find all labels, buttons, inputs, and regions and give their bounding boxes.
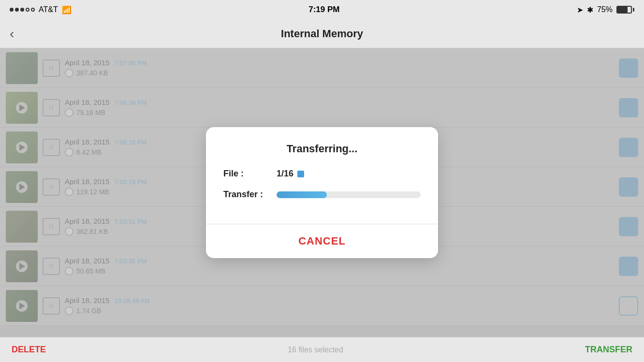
location-icon: ➤: [577, 5, 583, 14]
carrier-label: AT&T: [39, 5, 58, 14]
nav-bar: ‹ Internal Memory: [0, 19, 644, 48]
status-time: 7:19 PM: [308, 5, 339, 14]
modal-body: Transferring... File : 1/16 Transfer :: [206, 127, 438, 224]
signal-dots: [10, 8, 35, 12]
signal-dot-2: [15, 8, 19, 12]
transfer-button[interactable]: TRANSFER: [585, 345, 632, 355]
delete-button[interactable]: DELETE: [12, 345, 46, 355]
page-title: Internal Memory: [281, 28, 363, 40]
transfer-modal: Transferring... File : 1/16 Transfer :: [206, 127, 438, 258]
signal-dot-1: [10, 8, 14, 12]
battery-percent: 75%: [597, 5, 613, 14]
cancel-button[interactable]: CANCEL: [206, 224, 438, 258]
bluetooth-icon: ✱: [587, 5, 593, 14]
files-selected-label: 16 files selected: [288, 346, 343, 354]
battery-indicator: [616, 6, 634, 14]
transfer-row: Transfer :: [223, 189, 421, 200]
file-value: 1/16: [277, 169, 293, 179]
bottom-bar: DELETE 16 files selected TRANSFER: [0, 337, 644, 362]
transfer-label: Transfer :: [223, 189, 277, 200]
cancel-label: CANCEL: [298, 235, 346, 247]
signal-dot-3: [20, 8, 24, 12]
file-progress-dot: [297, 171, 304, 177]
file-row: File : 1/16: [223, 169, 421, 179]
transfer-bar-container: [277, 191, 421, 198]
signal-dot-5: [31, 8, 35, 12]
file-label: File :: [223, 169, 277, 179]
wifi-icon: 📶: [62, 5, 72, 14]
modal-title: Transferring...: [223, 143, 421, 155]
status-bar: AT&T 📶 7:19 PM ➤ ✱ 75%: [0, 0, 644, 19]
file-indicator: 1/16: [277, 169, 304, 179]
status-right: ➤ ✱ 75%: [577, 5, 634, 14]
status-left: AT&T 📶: [10, 5, 72, 14]
modal-overlay: Transferring... File : 1/16 Transfer :: [0, 48, 644, 337]
file-list-container: {:} April 18, 2015 7:07:06 PM 387.40 KB …: [0, 48, 644, 337]
signal-dot-4: [26, 8, 29, 12]
back-button[interactable]: ‹: [10, 26, 14, 42]
transfer-bar-fill: [277, 191, 327, 198]
